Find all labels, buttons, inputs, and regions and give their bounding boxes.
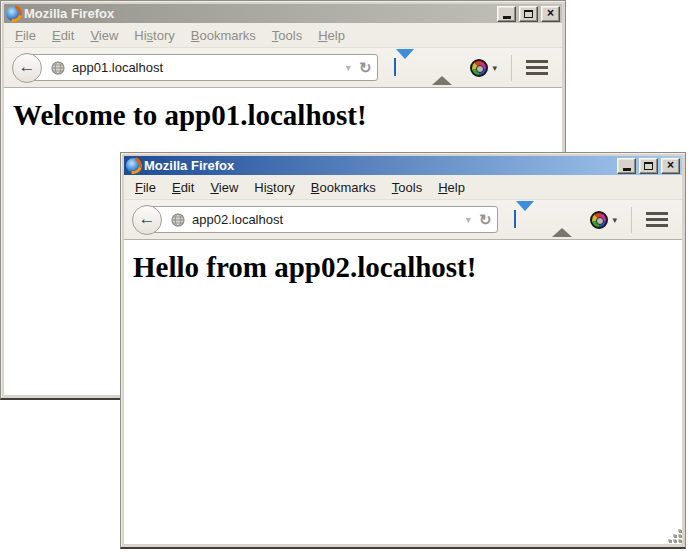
window-controls: × bbox=[614, 158, 680, 174]
back-arrow-icon: ← bbox=[139, 210, 156, 227]
reload-icon[interactable]: ↻ bbox=[479, 212, 492, 227]
menu-view[interactable]: View bbox=[82, 25, 126, 46]
close-icon: × bbox=[667, 159, 674, 171]
hamburger-menu-icon[interactable] bbox=[526, 60, 548, 75]
reload-icon[interactable]: ↻ bbox=[359, 60, 372, 75]
window-controls: × bbox=[494, 6, 560, 22]
titlebar[interactable]: Mozilla Firefox × bbox=[124, 156, 682, 175]
url-text: app01.localhost bbox=[72, 60, 163, 75]
home-icon[interactable] bbox=[432, 59, 452, 77]
close-icon: × bbox=[547, 7, 554, 19]
menu-history[interactable]: History bbox=[126, 25, 182, 46]
urlbar-dropdown-icon[interactable]: ▾ bbox=[466, 214, 471, 225]
minimize-button[interactable] bbox=[497, 6, 516, 22]
download-icon[interactable] bbox=[394, 59, 414, 77]
close-button[interactable]: × bbox=[541, 6, 560, 22]
toolbar-separator bbox=[511, 55, 512, 81]
close-button[interactable]: × bbox=[661, 158, 680, 174]
menu-file[interactable]: File bbox=[7, 25, 44, 46]
url-text: app02.localhost bbox=[192, 212, 283, 227]
url-bar[interactable]: app02.localhost ▾ ↻ bbox=[148, 206, 498, 233]
download-icon[interactable] bbox=[514, 211, 534, 229]
menu-tools[interactable]: Tools bbox=[264, 25, 310, 46]
navigation-toolbar: ← app01.localhost ▾ ↻ ▾ bbox=[4, 47, 562, 88]
page-content: Hello from app02.localhost! bbox=[124, 240, 682, 544]
firefox-logo-icon bbox=[126, 158, 141, 173]
menu-bookmarks[interactable]: Bookmarks bbox=[183, 25, 264, 46]
titlebar[interactable]: Mozilla Firefox × bbox=[4, 4, 562, 23]
maximize-button[interactable] bbox=[519, 6, 538, 22]
menu-help[interactable]: Help bbox=[430, 177, 473, 198]
menubar: File Edit View History Bookmarks Tools H… bbox=[124, 175, 682, 199]
globe-site-icon[interactable] bbox=[171, 213, 185, 227]
menu-help[interactable]: Help bbox=[310, 25, 353, 46]
maximize-button[interactable] bbox=[639, 158, 658, 174]
back-arrow-icon: ← bbox=[19, 58, 36, 75]
maximize-icon bbox=[644, 162, 653, 170]
menu-bookmarks[interactable]: Bookmarks bbox=[303, 177, 384, 198]
home-icon[interactable] bbox=[552, 211, 572, 229]
menu-edit[interactable]: Edit bbox=[164, 177, 202, 198]
back-button[interactable]: ← bbox=[12, 53, 42, 83]
urlbar-dropdown-icon[interactable]: ▾ bbox=[346, 62, 351, 73]
minimize-icon bbox=[623, 168, 631, 171]
back-button[interactable]: ← bbox=[132, 205, 162, 235]
url-bar[interactable]: app01.localhost ▾ ↻ bbox=[28, 54, 378, 81]
hamburger-menu-icon[interactable] bbox=[646, 212, 668, 227]
menubar: File Edit View History Bookmarks Tools H… bbox=[4, 23, 562, 47]
window-title: Mozilla Firefox bbox=[144, 158, 611, 173]
globe-site-icon[interactable] bbox=[51, 61, 65, 75]
menu-edit[interactable]: Edit bbox=[44, 25, 82, 46]
menu-tools[interactable]: Tools bbox=[384, 177, 430, 198]
chevron-down-icon: ▾ bbox=[612, 215, 617, 225]
menu-file[interactable]: File bbox=[127, 177, 164, 198]
toolbar-separator bbox=[631, 207, 632, 233]
maximize-icon bbox=[524, 10, 533, 18]
colorzilla-icon[interactable]: ▾ bbox=[590, 211, 617, 229]
chevron-down-icon: ▾ bbox=[492, 63, 497, 73]
menu-view[interactable]: View bbox=[202, 177, 246, 198]
browser-window-app02[interactable]: Mozilla Firefox × File Edit View History… bbox=[120, 152, 686, 549]
minimize-icon bbox=[503, 16, 511, 19]
menu-history[interactable]: History bbox=[246, 177, 302, 198]
window-title: Mozilla Firefox bbox=[24, 6, 491, 21]
minimize-button[interactable] bbox=[617, 158, 636, 174]
page-heading: Hello from app02.localhost! bbox=[133, 251, 682, 284]
page-heading: Welcome to app01.localhost! bbox=[13, 99, 562, 132]
resize-grip[interactable] bbox=[668, 530, 682, 544]
colorzilla-icon[interactable]: ▾ bbox=[470, 59, 497, 77]
firefox-logo-icon bbox=[6, 6, 21, 21]
navigation-toolbar: ← app02.localhost ▾ ↻ ▾ bbox=[124, 199, 682, 240]
